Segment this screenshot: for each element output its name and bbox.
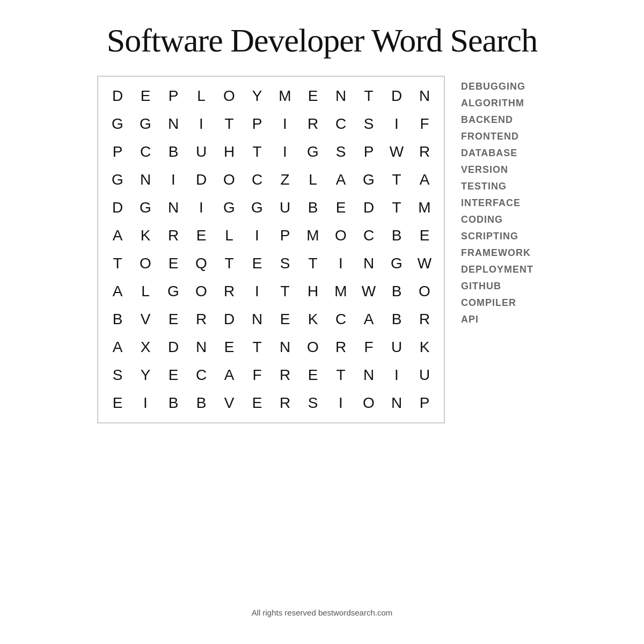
word-item-frontend: FRONTEND bbox=[461, 131, 547, 142]
grid-cell-4-10: T bbox=[383, 194, 411, 222]
grid-cell-4-5: G bbox=[243, 194, 271, 222]
grid-cell-4-4: G bbox=[215, 194, 243, 222]
grid-cell-6-1: O bbox=[131, 250, 159, 277]
grid-cell-7-11: O bbox=[411, 277, 438, 305]
grid-cell-0-9: T bbox=[355, 82, 383, 110]
word-item-deployment: DEPLOYMENT bbox=[461, 264, 547, 275]
grid-cell-0-10: D bbox=[383, 82, 411, 110]
grid-cell-4-0: D bbox=[104, 194, 131, 222]
grid-cell-0-7: E bbox=[299, 82, 327, 110]
grid-cell-3-6: Z bbox=[271, 166, 299, 194]
grid-cell-7-0: A bbox=[104, 277, 131, 305]
word-item-debugging: DEBUGGING bbox=[461, 81, 547, 92]
grid-cell-10-4: A bbox=[215, 361, 243, 389]
grid-cell-8-8: C bbox=[327, 305, 355, 333]
grid-cell-1-1: G bbox=[131, 110, 159, 138]
grid-cell-9-1: X bbox=[131, 333, 159, 361]
grid-cell-8-5: N bbox=[243, 305, 271, 333]
grid-cell-7-10: B bbox=[383, 277, 411, 305]
word-item-backend: BACKEND bbox=[461, 114, 547, 126]
grid-cell-5-9: C bbox=[355, 222, 383, 250]
grid-cell-11-3: B bbox=[187, 389, 215, 417]
grid-cell-3-2: I bbox=[159, 166, 187, 194]
grid-cell-5-1: K bbox=[131, 222, 159, 250]
grid-cell-7-1: L bbox=[131, 277, 159, 305]
grid-cell-11-5: E bbox=[243, 389, 271, 417]
grid-cell-1-7: R bbox=[299, 110, 327, 138]
grid-cell-3-11: A bbox=[411, 166, 438, 194]
grid-cell-0-4: O bbox=[215, 82, 243, 110]
grid-cell-6-3: Q bbox=[187, 250, 215, 277]
grid-cell-6-8: I bbox=[327, 250, 355, 277]
grid-cell-6-9: N bbox=[355, 250, 383, 277]
grid-cell-2-11: R bbox=[411, 138, 438, 166]
word-item-github: GITHUB bbox=[461, 281, 547, 292]
grid-cell-5-8: O bbox=[327, 222, 355, 250]
word-item-database: DATABASE bbox=[461, 148, 547, 159]
grid-cell-6-4: T bbox=[215, 250, 243, 277]
grid-cell-5-0: A bbox=[104, 222, 131, 250]
grid-cell-5-5: I bbox=[243, 222, 271, 250]
grid-cell-3-8: A bbox=[327, 166, 355, 194]
grid-cell-11-6: R bbox=[271, 389, 299, 417]
word-item-api: API bbox=[461, 314, 547, 325]
page-title: Software Developer Word Search bbox=[107, 21, 537, 60]
grid-cell-10-2: E bbox=[159, 361, 187, 389]
grid-cell-3-7: L bbox=[299, 166, 327, 194]
grid-cell-3-5: C bbox=[243, 166, 271, 194]
grid-cell-7-3: O bbox=[187, 277, 215, 305]
grid-cell-10-7: E bbox=[299, 361, 327, 389]
grid-cell-9-5: T bbox=[243, 333, 271, 361]
grid-cell-2-8: S bbox=[327, 138, 355, 166]
grid-cell-3-1: N bbox=[131, 166, 159, 194]
grid-cell-11-11: P bbox=[411, 389, 438, 417]
grid-cell-11-1: I bbox=[131, 389, 159, 417]
grid-cell-6-11: W bbox=[411, 250, 438, 277]
grid-cell-8-6: E bbox=[271, 305, 299, 333]
grid-cell-6-6: S bbox=[271, 250, 299, 277]
grid-cell-10-3: C bbox=[187, 361, 215, 389]
word-list: DEBUGGINGALGORITHMBACKENDFRONTENDDATABAS… bbox=[461, 76, 547, 325]
grid-cell-6-0: T bbox=[104, 250, 131, 277]
grid-cell-5-11: E bbox=[411, 222, 438, 250]
grid-cell-1-9: S bbox=[355, 110, 383, 138]
grid-cell-8-0: B bbox=[104, 305, 131, 333]
grid-cell-1-4: T bbox=[215, 110, 243, 138]
grid-cell-0-11: N bbox=[411, 82, 438, 110]
grid-cell-9-4: E bbox=[215, 333, 243, 361]
grid-cell-8-2: E bbox=[159, 305, 187, 333]
grid-cell-6-10: G bbox=[383, 250, 411, 277]
grid-cell-4-1: G bbox=[131, 194, 159, 222]
grid-cell-0-2: P bbox=[159, 82, 187, 110]
grid-cell-0-3: L bbox=[187, 82, 215, 110]
grid-cell-8-3: R bbox=[187, 305, 215, 333]
grid-cell-11-8: I bbox=[327, 389, 355, 417]
grid-cell-9-11: K bbox=[411, 333, 438, 361]
grid-cell-10-8: T bbox=[327, 361, 355, 389]
grid-cell-11-0: E bbox=[104, 389, 131, 417]
grid-cell-7-2: G bbox=[159, 277, 187, 305]
grid-cell-11-7: S bbox=[299, 389, 327, 417]
word-item-algorithm: ALGORITHM bbox=[461, 98, 547, 109]
grid-cell-10-5: F bbox=[243, 361, 271, 389]
grid-cell-1-5: P bbox=[243, 110, 271, 138]
grid-cell-1-3: I bbox=[187, 110, 215, 138]
grid-cell-7-8: M bbox=[327, 277, 355, 305]
grid-cell-2-0: P bbox=[104, 138, 131, 166]
grid-cell-0-8: N bbox=[327, 82, 355, 110]
grid-cell-1-10: I bbox=[383, 110, 411, 138]
grid-cell-7-6: T bbox=[271, 277, 299, 305]
grid-cell-5-7: M bbox=[299, 222, 327, 250]
grid-cell-11-4: V bbox=[215, 389, 243, 417]
grid-cell-10-10: I bbox=[383, 361, 411, 389]
grid-cell-1-0: G bbox=[104, 110, 131, 138]
grid-cell-1-8: C bbox=[327, 110, 355, 138]
word-item-framework: FRAMEWORK bbox=[461, 247, 547, 259]
grid-cell-8-1: V bbox=[131, 305, 159, 333]
grid-cell-4-6: U bbox=[271, 194, 299, 222]
grid-cell-10-0: S bbox=[104, 361, 131, 389]
grid-cell-3-4: O bbox=[215, 166, 243, 194]
grid-cell-3-3: D bbox=[187, 166, 215, 194]
word-item-scripting: SCRIPTING bbox=[461, 231, 547, 242]
footer-text: All rights reserved bestwordsearch.com bbox=[252, 608, 393, 617]
